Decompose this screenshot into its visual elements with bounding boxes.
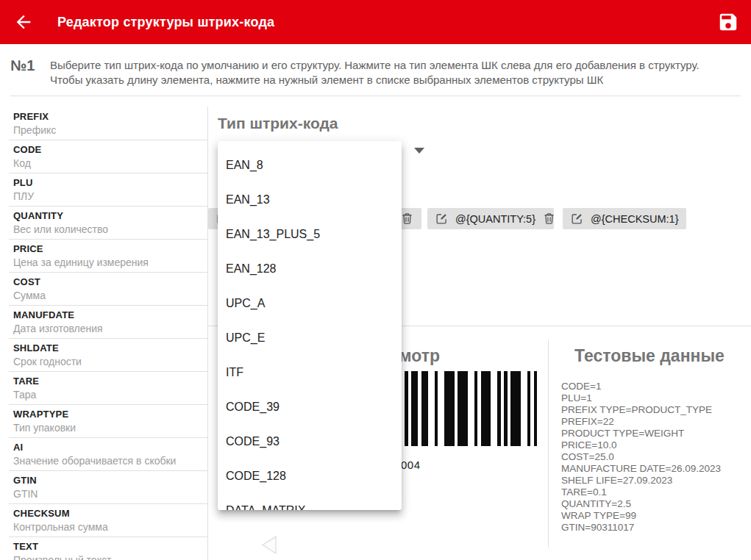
element-code: CODE (13, 145, 207, 155)
element-code: TARE (13, 376, 207, 387)
barcode-bar (497, 371, 501, 446)
element-description: Сумма (13, 290, 207, 301)
step-number: №1 (10, 57, 35, 74)
sidebar-item-plu[interactable]: PLUПЛУ (9, 173, 207, 207)
page-title: Редактор структуры штрих-кода (57, 0, 274, 44)
sidebar-item-tare[interactable]: TAREТара (9, 372, 207, 405)
test-data-line: PREFIX TYPE=PRODUCT_TYPE (561, 404, 721, 416)
edit-icon[interactable] (570, 212, 584, 226)
barcode-bar (421, 371, 428, 446)
test-data-line: GTIN=90311017 (561, 522, 721, 534)
structure-chip-checksum[interactable]: @{CHECKSUM:1} (563, 208, 686, 229)
sidebar-item-manufdate[interactable]: MANUFDATEДата изготовления (9, 306, 207, 339)
test-data-line: TARE=0.1 (561, 487, 721, 498)
save-button[interactable] (717, 11, 739, 33)
sidebar-item-text[interactable]: TEXTПроизвольный текст (9, 537, 207, 560)
edit-icon[interactable] (435, 212, 449, 226)
trash-icon[interactable] (400, 212, 414, 226)
element-code: PRICE (13, 244, 207, 254)
menu-option-code_39[interactable]: CODE_39 (218, 390, 402, 424)
test-data-title: Тестовые данные (548, 346, 751, 366)
test-data-list: CODE=1PLU=1PREFIX TYPE=PRODUCT_TYPEPREFI… (561, 381, 721, 534)
test-data-line: QUANTITY=2.5 (561, 498, 721, 510)
element-description: Префикс (13, 125, 207, 136)
element-description: Значение оборачивается в скобки (13, 456, 207, 467)
structure-chip-quantity[interactable]: @{QUANTITY:5} (427, 208, 554, 229)
sidebar-item-cost[interactable]: COSTСумма (9, 273, 207, 306)
barcode-bar (510, 371, 521, 446)
element-description: Произвольный текст (13, 555, 207, 560)
element-code: QUANTITY (13, 211, 207, 221)
structure-chip-label: @{CHECKSUM:1} (591, 213, 678, 225)
sidebar-item-price[interactable]: PRICEЦена за единицу измерения (9, 240, 207, 273)
element-type-list: PREFIXПрефиксCODEКодPLUПЛУQUANTITYВес ил… (0, 107, 207, 560)
sidebar-item-quantity[interactable]: QUANTITYВес или количество (9, 207, 207, 240)
sidebar-item-shldate[interactable]: SHLDATEСрок годности (9, 339, 207, 372)
sidebar-divider (207, 107, 208, 560)
element-description: Срок годности (13, 356, 207, 367)
preview-testdata-divider (548, 340, 549, 548)
barcode-structure-editor: Редактор структуры штрих-кода №1 Выберит… (0, 0, 751, 560)
element-description: Контрольная сумма (13, 522, 207, 533)
test-data-line: MANUFACTURE DATE=26.09.2023 (561, 463, 721, 475)
barcode-bar (405, 371, 408, 446)
structure-chip-label: @{QUANTITY:5} (455, 213, 535, 225)
test-data-line: PRICE=10.0 (561, 439, 721, 451)
menu-option-ean_8[interactable]: EAN_8 (218, 148, 402, 182)
element-code: WRAPTYPE (13, 409, 207, 420)
triangle-left-icon (260, 535, 279, 555)
element-description: Тип упаковки (13, 423, 207, 434)
test-data-line: COST=25.0 (561, 451, 721, 463)
menu-option-ean_128[interactable]: EAN_128 (218, 251, 402, 286)
menu-option-data_matrix[interactable]: DATA_MATRIX (218, 493, 402, 510)
instruction-divider (10, 96, 741, 96)
element-code: PLU (13, 178, 207, 188)
menu-option-code_93[interactable]: CODE_93 (218, 424, 402, 459)
element-code: AI (13, 442, 207, 453)
element-code: MANUFDATE (13, 310, 207, 320)
test-data-line: PRODUCT TYPE=WEIGHT (561, 428, 721, 439)
test-data-line: PLU=1 (561, 392, 721, 404)
save-icon (717, 11, 739, 33)
element-code: GTIN (13, 475, 207, 486)
element-description: Вес или количество (13, 224, 207, 235)
element-description: GTIN (13, 489, 207, 500)
test-data-line: WRAP TYPE=99 (561, 510, 721, 522)
sidebar-item-gtin[interactable]: GTINGTIN (9, 471, 207, 504)
barcode-number: 004 (401, 459, 421, 471)
trash-icon[interactable] (542, 212, 554, 226)
element-description: Код (13, 158, 207, 169)
barcode-bar (458, 371, 468, 446)
barcode-bar (474, 371, 478, 446)
barcode-bar (534, 371, 538, 446)
menu-option-itf[interactable]: ITF (218, 355, 402, 390)
element-code: COST (13, 277, 207, 287)
barcode-bar (527, 371, 531, 446)
barcode-bar (481, 371, 491, 446)
element-description: Цена за единицу измерения (13, 257, 207, 268)
test-data-line: SHELF LIFE=27.09.2023 (561, 475, 721, 487)
back-button[interactable] (13, 12, 35, 32)
element-code: CHECKSUM (13, 509, 207, 519)
instruction-text: Выберите тип штрих-кода по умолчанию и е… (50, 58, 712, 87)
barcode-type-heading: Тип штрих-кода (218, 115, 338, 132)
barcode-bar (444, 371, 455, 446)
arrow-left-icon (13, 12, 34, 32)
menu-option-upc_e[interactable]: UPC_E (218, 320, 402, 355)
menu-option-ean_13_plus_5[interactable]: EAN_13_PLUS_5 (218, 217, 402, 251)
sidebar-item-prefix[interactable]: PREFIXПрефикс (9, 107, 207, 140)
menu-option-ean_13[interactable]: EAN_13 (218, 182, 402, 217)
menu-option-upc_a[interactable]: UPC_A (218, 286, 402, 320)
barcode-bar (435, 371, 438, 446)
sidebar-item-wraptype[interactable]: WRAPTYPEТип упаковки (9, 405, 207, 438)
sidebar-item-code[interactable]: CODEКод (9, 140, 207, 173)
trash-icon[interactable] (685, 212, 686, 226)
previous-preview-button[interactable] (260, 535, 279, 555)
menu-option-code_128[interactable]: CODE_128 (218, 459, 402, 493)
caret-down-icon[interactable] (414, 148, 424, 154)
sidebar-item-checksum[interactable]: CHECKSUMКонтрольная сумма (9, 504, 207, 537)
barcode-bar (504, 371, 508, 446)
element-description: ПЛУ (13, 191, 207, 202)
sidebar-item-ai[interactable]: AIЗначение оборачивается в скобки (9, 438, 207, 471)
element-description: Дата изготовления (13, 323, 207, 334)
